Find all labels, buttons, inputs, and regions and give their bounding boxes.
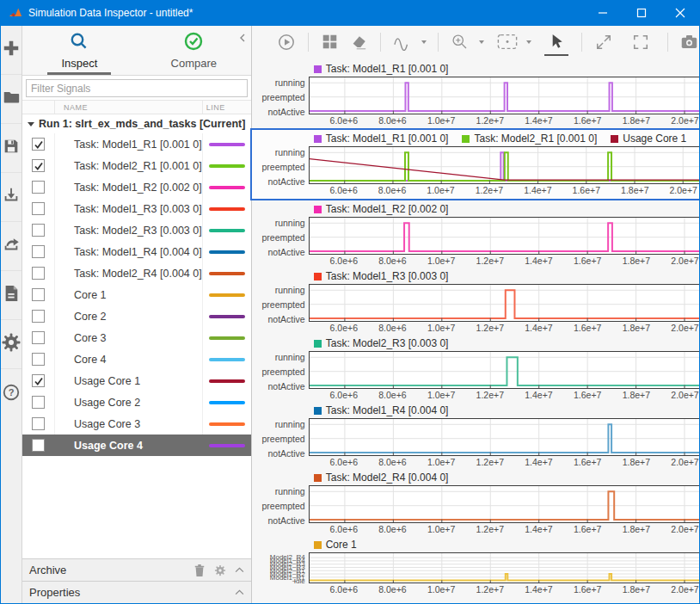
- create-report-button[interactable]: [1, 271, 21, 320]
- x-tick-label: 1.8e+7: [623, 524, 650, 534]
- signal-checkbox[interactable]: [32, 396, 45, 409]
- signal-checkbox[interactable]: [32, 331, 45, 344]
- plot-canvas: [309, 418, 700, 456]
- fit-to-view-button[interactable]: [497, 32, 518, 52]
- checkbox-cell: [22, 391, 55, 413]
- signal-line-swatch: [209, 422, 245, 426]
- preferences-button[interactable]: [1, 320, 21, 369]
- properties-bar[interactable]: Properties: [22, 581, 251, 603]
- signal-display-button[interactable]: [392, 32, 413, 52]
- minimize-button[interactable]: [583, 0, 622, 26]
- signal-checkbox[interactable]: [32, 288, 45, 301]
- plot-strip[interactable]: Task: Model1_R3 [0.003 0]runningpreempte…: [254, 268, 700, 335]
- x-tick-label: 1.6e+7: [574, 457, 601, 467]
- trash-icon[interactable]: [193, 564, 206, 577]
- signal-row[interactable]: Core 2: [22, 305, 251, 327]
- legend-label: Task: Model2_R4 [0.004 0]: [326, 471, 449, 484]
- plot-strip[interactable]: Task: Model2_R3 [0.003 0]runningpreempte…: [254, 336, 700, 402]
- x-tick-label: 6.0e+6: [330, 584, 358, 595]
- plus-icon: [2, 39, 21, 61]
- archive-gear-icon[interactable]: [214, 564, 226, 576]
- fullscreen-button[interactable]: [630, 32, 651, 52]
- signal-line-swatch: [209, 164, 245, 168]
- signal-row[interactable]: Core 4: [22, 348, 251, 370]
- signal-row[interactable]: Task: Model1_R2 [0.002 0]: [22, 176, 251, 198]
- signal-row[interactable]: Usage Core 3: [22, 413, 251, 435]
- x-tick-label: 2.0e+7: [671, 323, 698, 333]
- fit-to-view-caret-icon[interactable]: [526, 40, 531, 44]
- x-tick-label: 6.0e+6: [329, 185, 357, 195]
- signal-row[interactable]: Usage Core 4: [22, 435, 251, 456]
- left-toolbar: ?: [1, 26, 22, 603]
- signal-checkbox[interactable]: [32, 353, 45, 366]
- signal-label: Core 3: [55, 327, 202, 348]
- replay-button[interactable]: [276, 32, 297, 52]
- signal-checkbox[interactable]: [32, 159, 45, 172]
- plot-strip[interactable]: Task: Model1_R1 [0.001 0]runningpreempte…: [254, 61, 700, 127]
- signal-row[interactable]: Core 3: [22, 327, 251, 348]
- help-icon: ?: [2, 383, 21, 405]
- close-button[interactable]: [660, 0, 699, 26]
- snapshot-button[interactable]: [679, 32, 700, 52]
- plot-strip[interactable]: Task: Model1_R2 [0.002 0]runningpreempte…: [254, 201, 700, 268]
- pointer-button[interactable]: [546, 32, 567, 52]
- legend-label: Task: Model2_R3 [0.003 0]: [326, 337, 449, 349]
- signal-checkbox[interactable]: [32, 267, 45, 280]
- plot-strip[interactable]: Core 1Model2_R4Model1_R4Model2_R3Model1_…: [254, 537, 700, 596]
- signal-row[interactable]: Usage Core 2: [22, 391, 251, 413]
- y-tick-label: preempted: [262, 162, 305, 172]
- tab-inspect[interactable]: Inspect: [22, 26, 137, 75]
- signal-checkbox[interactable]: [32, 138, 45, 151]
- signal-display-caret-icon[interactable]: [421, 40, 427, 44]
- signal-checkbox[interactable]: [32, 310, 45, 323]
- x-tick-label: 6.0e+6: [330, 323, 358, 333]
- clear-plots-button[interactable]: [348, 32, 369, 52]
- run-group-row[interactable]: Run 1: slrt_ex_mds_and_tasks [Current]: [22, 114, 251, 133]
- subplot-layout-button[interactable]: [320, 32, 341, 52]
- add-button[interactable]: [1, 26, 21, 75]
- checkbox-cell: [22, 219, 55, 241]
- maximize-button[interactable]: [622, 0, 660, 26]
- signal-row[interactable]: Task: Model2_R4 [0.004 0]: [22, 262, 251, 284]
- zoom-caret-icon[interactable]: [479, 40, 484, 44]
- signal-row[interactable]: Task: Model1_R1 [0.001 0]: [22, 133, 251, 155]
- signal-row[interactable]: Task: Model1_R3 [0.003 0]: [22, 198, 251, 219]
- column-name: NAME: [55, 103, 202, 112]
- plot-strip[interactable]: Task: Model2_R4 [0.004 0]runningpreempte…: [254, 470, 700, 536]
- signal-checkbox[interactable]: [32, 439, 45, 452]
- signal-row[interactable]: Task: Model2_R1 [0.001 0]: [22, 155, 251, 176]
- tab-compare[interactable]: Compare: [137, 26, 251, 75]
- filter-signals-input[interactable]: [26, 79, 248, 97]
- open-button[interactable]: [1, 75, 21, 124]
- y-tick-label: Idle: [294, 577, 305, 585]
- help-button[interactable]: ?: [1, 369, 21, 418]
- signal-row[interactable]: Task: Model1_R4 [0.004 0]: [22, 241, 251, 262]
- import-button[interactable]: [1, 173, 21, 222]
- x-tick-label: 1.8e+7: [623, 256, 650, 266]
- signal-checkbox[interactable]: [32, 245, 45, 258]
- archive-collapse-icon[interactable]: [235, 567, 244, 573]
- signal-line-swatch: [209, 401, 245, 404]
- signal-row[interactable]: Core 1: [22, 284, 251, 305]
- line-cell: [202, 284, 251, 305]
- plot-strip[interactable]: Task: Model1_R1 [0.001 0]Task: Model2_R1…: [250, 128, 700, 200]
- export-button[interactable]: [1, 222, 21, 271]
- signal-checkbox[interactable]: [32, 202, 45, 215]
- plot-strip[interactable]: Task: Model1_R4 [0.004 0]runningpreempte…: [254, 403, 700, 469]
- x-tick-label: 8.0e+6: [378, 323, 406, 333]
- x-axis-labels: 6.0e+68.0e+61.0e+71.2e+71.4e+71.6e+71.8e…: [309, 523, 700, 536]
- signal-checkbox[interactable]: [32, 417, 45, 430]
- save-button[interactable]: [1, 124, 21, 173]
- x-tick-label: 6.0e+6: [330, 256, 358, 266]
- signal-checkbox[interactable]: [32, 224, 45, 237]
- signal-row[interactable]: Usage Core 1: [22, 370, 251, 391]
- line-cell: [202, 241, 251, 262]
- zoom-button[interactable]: [450, 32, 470, 52]
- signal-checkbox[interactable]: [32, 374, 45, 387]
- expand-button[interactable]: [593, 32, 614, 52]
- signal-row[interactable]: Task: Model2_R3 [0.003 0]: [22, 219, 251, 241]
- signal-checkbox[interactable]: [32, 181, 45, 194]
- archive-bar[interactable]: Archive: [22, 558, 251, 581]
- properties-collapse-icon[interactable]: [235, 589, 244, 595]
- collapse-panel-icon[interactable]: [238, 31, 247, 46]
